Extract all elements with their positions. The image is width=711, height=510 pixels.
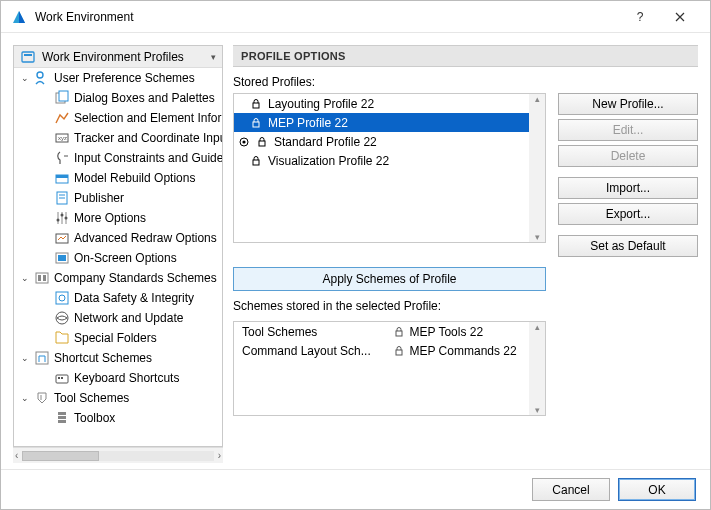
item-icon bbox=[54, 330, 70, 346]
svg-rect-3 bbox=[24, 54, 32, 56]
new-profile-button[interactable]: New Profile... bbox=[558, 93, 698, 115]
export-profile-button[interactable]: Export... bbox=[558, 203, 698, 225]
tree-item[interactable]: Network and Update bbox=[14, 308, 222, 328]
svg-rect-31 bbox=[58, 377, 60, 379]
default-icon bbox=[238, 136, 250, 148]
close-button[interactable] bbox=[660, 1, 700, 33]
profiles-v-scrollbar[interactable]: ▴▾ bbox=[529, 94, 545, 242]
window-title: Work Environment bbox=[35, 10, 620, 24]
tree-item[interactable]: On-Screen Options bbox=[14, 248, 222, 268]
sidebar-header[interactable]: Work Environment Profiles ▾ bbox=[14, 46, 222, 68]
svg-rect-10 bbox=[56, 175, 68, 178]
svg-rect-38 bbox=[253, 122, 259, 127]
schemes-v-scrollbar[interactable]: ▴▾ bbox=[529, 322, 545, 415]
profile-name: Visualization Profile 22 bbox=[268, 154, 389, 168]
profile-item[interactable]: MEP Profile 22 bbox=[234, 113, 545, 132]
svg-marker-1 bbox=[19, 11, 25, 23]
tree-group[interactable]: ⌄Tool Schemes bbox=[14, 388, 222, 408]
svg-rect-24 bbox=[38, 275, 41, 281]
svg-rect-2 bbox=[22, 52, 34, 62]
scheme-file: MEP Commands 22 bbox=[410, 344, 517, 358]
item-icon bbox=[54, 310, 70, 326]
svg-rect-41 bbox=[259, 141, 265, 146]
tree-item[interactable]: Input Constraints and Guides bbox=[14, 148, 222, 168]
item-icon bbox=[54, 170, 70, 186]
tree-item[interactable]: Data Safety & Integrity bbox=[14, 288, 222, 308]
svg-point-40 bbox=[242, 140, 245, 143]
schemes-list[interactable]: Tool SchemesMEP Tools 22Command Layout S… bbox=[233, 321, 546, 416]
tree-item[interactable]: Model Rebuild Options bbox=[14, 168, 222, 188]
cancel-button[interactable]: Cancel bbox=[532, 478, 610, 501]
lock-icon bbox=[394, 327, 406, 337]
tree-item-label: Network and Update bbox=[74, 311, 183, 325]
sidebar-h-scrollbar[interactable]: ‹› bbox=[13, 447, 223, 463]
scheme-name: Command Layout Sch... bbox=[242, 344, 390, 358]
item-icon bbox=[54, 290, 70, 306]
item-icon bbox=[54, 150, 70, 166]
lock-icon bbox=[250, 155, 262, 167]
profile-item[interactable]: Layouting Profile 22 bbox=[234, 94, 545, 113]
tree-item[interactable]: Selection and Element Information bbox=[14, 108, 222, 128]
lock-icon bbox=[394, 346, 406, 356]
edit-profile-button[interactable]: Edit... bbox=[558, 119, 698, 141]
tree-item[interactable]: Publisher bbox=[14, 188, 222, 208]
svg-rect-26 bbox=[56, 292, 68, 304]
tree-group-label: Company Standards Schemes bbox=[54, 271, 217, 285]
item-icon bbox=[54, 230, 70, 246]
tree-group[interactable]: ⌄Shortcut Schemes bbox=[14, 348, 222, 368]
profiles-icon bbox=[20, 49, 36, 65]
svg-point-4 bbox=[37, 72, 43, 78]
item-icon bbox=[54, 110, 70, 126]
schemes-label: Schemes stored in the selected Profile: bbox=[233, 299, 698, 313]
profile-item[interactable]: Standard Profile 22 bbox=[234, 132, 545, 151]
app-icon bbox=[11, 9, 27, 25]
scheme-item[interactable]: Tool SchemesMEP Tools 22 bbox=[234, 322, 545, 341]
svg-point-18 bbox=[61, 214, 64, 217]
tree-item-label: Input Constraints and Guides bbox=[74, 151, 222, 165]
import-profile-button[interactable]: Import... bbox=[558, 177, 698, 199]
svg-rect-25 bbox=[43, 275, 46, 281]
tree-group-label: Tool Schemes bbox=[54, 391, 129, 405]
help-button[interactable]: ? bbox=[620, 1, 660, 33]
lock-icon bbox=[256, 136, 268, 148]
dialog-window: Work Environment ? Work Environment Prof… bbox=[0, 0, 711, 510]
svg-rect-37 bbox=[253, 103, 259, 108]
tree-item[interactable]: Dialog Boxes and Palettes bbox=[14, 88, 222, 108]
stored-profiles-list[interactable]: Layouting Profile 22MEP Profile 22Standa… bbox=[233, 93, 546, 243]
tree-item-label: Keyboard Shortcuts bbox=[74, 371, 179, 385]
item-icon bbox=[54, 410, 70, 426]
tree-item[interactable]: More Options bbox=[14, 208, 222, 228]
tree-item-label: Advanced Redraw Options bbox=[74, 231, 217, 245]
scheme-item[interactable]: Command Layout Sch...MEP Commands 22 bbox=[234, 341, 545, 360]
tree-item[interactable]: xyzTracker and Coordinate Input bbox=[14, 128, 222, 148]
tree-item[interactable]: Special Folders bbox=[14, 328, 222, 348]
tree-group-label: User Preference Schemes bbox=[54, 71, 195, 85]
item-icon: xyz bbox=[54, 130, 70, 146]
apply-schemes-button[interactable]: Apply Schemes of Profile bbox=[233, 267, 546, 291]
svg-rect-32 bbox=[61, 377, 63, 379]
set-default-button[interactable]: Set as Default bbox=[558, 235, 698, 257]
svg-point-27 bbox=[59, 295, 65, 301]
tree-item-label: Publisher bbox=[74, 191, 124, 205]
section-title: PROFILE OPTIONS bbox=[233, 45, 698, 67]
group-icon bbox=[34, 70, 50, 86]
ok-button[interactable]: OK bbox=[618, 478, 696, 501]
svg-point-19 bbox=[65, 217, 68, 220]
tree-item-label: Tracker and Coordinate Input bbox=[74, 131, 222, 145]
delete-profile-button[interactable]: Delete bbox=[558, 145, 698, 167]
tree-item-label: On-Screen Options bbox=[74, 251, 177, 265]
svg-rect-44 bbox=[396, 350, 402, 355]
svg-rect-43 bbox=[396, 331, 402, 336]
svg-rect-36 bbox=[58, 420, 66, 423]
stored-profiles-label: Stored Profiles: bbox=[233, 75, 698, 89]
tree-group[interactable]: ⌄Company Standards Schemes bbox=[14, 268, 222, 288]
main-panel: PROFILE OPTIONS Stored Profiles: Layouti… bbox=[233, 45, 698, 463]
tree-group[interactable]: ⌄User Preference Schemes bbox=[14, 68, 222, 88]
tree-group-label: Shortcut Schemes bbox=[54, 351, 152, 365]
svg-rect-42 bbox=[253, 160, 259, 165]
profile-item[interactable]: Visualization Profile 22 bbox=[234, 151, 545, 170]
tree-item[interactable]: Toolbox bbox=[14, 408, 222, 428]
tree-item[interactable]: Keyboard Shortcuts bbox=[14, 368, 222, 388]
tree-item[interactable]: Advanced Redraw Options bbox=[14, 228, 222, 248]
item-icon bbox=[54, 210, 70, 226]
